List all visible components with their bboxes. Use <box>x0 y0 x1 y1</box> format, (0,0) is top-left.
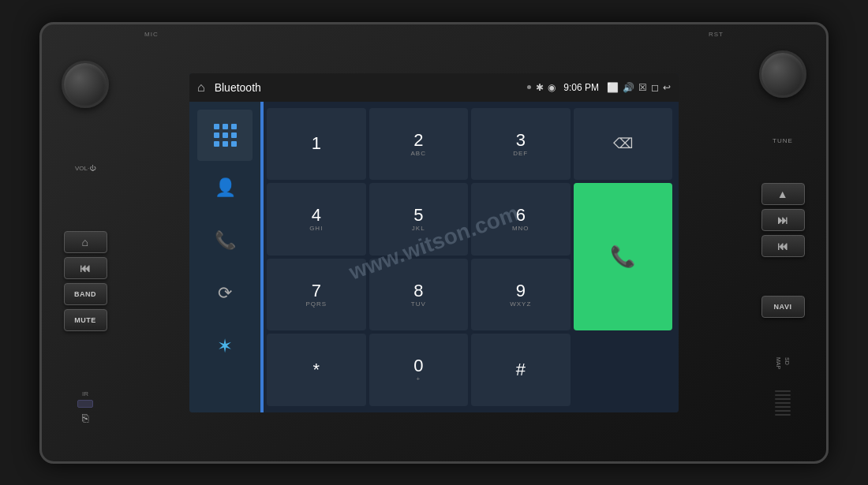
apps-grid-icon <box>214 124 237 147</box>
mute-button[interactable]: MUTE <box>64 309 107 331</box>
dialkey-backspace[interactable]: ⌫ <box>574 108 673 181</box>
backspace-icon: ⌫ <box>613 135 633 152</box>
window-status-icon: ◻ <box>651 82 659 93</box>
left-panel: VOL·⏻ ⌂ ⏮ BAND MUTE IR ⎘ <box>50 34 121 452</box>
sidebar-item-messages[interactable]: ⟳ <box>197 268 253 319</box>
call-phone-icon: 📞 <box>610 244 635 269</box>
back-status-icon[interactable]: ↩ <box>663 82 671 93</box>
dialkey-1[interactable]: 1 <box>267 108 366 181</box>
dialkey-2[interactable]: 2 ABC <box>369 108 469 181</box>
left-buttons: ⌂ ⏮ BAND MUTE <box>64 231 107 331</box>
right-knob[interactable] <box>759 50 806 98</box>
dialkey-0[interactable]: 0 + <box>369 334 469 406</box>
dialkey-7[interactable]: 7 PQRS <box>267 259 366 331</box>
dialkey-5[interactable]: 5 JKL <box>369 183 469 256</box>
volume-status-icon: 🔊 <box>623 82 634 93</box>
status-time: 9:06 PM <box>563 82 599 93</box>
bluetooth-status-icon: ✱ <box>536 82 544 93</box>
right-mid-buttons: ▲ ⏭ ⏮ <box>761 183 805 257</box>
phone-icon: 📞 <box>215 230 236 251</box>
dialkey-call[interactable]: 📞 <box>574 183 673 330</box>
camera-status-icon: ⬜ <box>607 82 619 93</box>
track-prev-button[interactable]: ⏮ <box>761 235 805 257</box>
status-separator-dot <box>527 85 531 89</box>
status-title: Bluetooth <box>215 81 523 94</box>
sidebar-item-apps[interactable] <box>197 110 253 161</box>
dialkey-8[interactable]: 8 TUV <box>369 259 469 331</box>
usb-icon: ⎘ <box>82 412 88 424</box>
contacts-icon: 👤 <box>215 177 236 198</box>
sidebar-item-phone[interactable]: 📞 <box>197 215 253 267</box>
left-knob[interactable] <box>62 61 109 108</box>
prev-track-button[interactable]: ⏮ <box>64 257 107 279</box>
navi-button[interactable]: NAVI <box>761 296 805 318</box>
ir-label: IR <box>82 390 88 397</box>
car-stereo-unit: MIC RST VOL·⏻ ⌂ ⏮ BAND MUTE IR ⎘ ⌂ Bluet… <box>39 22 829 464</box>
status-right-icons: ⬜ 🔊 ☒ ◻ ↩ <box>607 82 671 93</box>
screen-status-icon: ☒ <box>638 82 647 93</box>
messages-icon: ⟳ <box>218 283 232 304</box>
screen-container: ⌂ Bluetooth ✱ ◉ 9:06 PM ⬜ 🔊 ☒ ◻ ↩ <box>121 34 747 452</box>
status-icons: ✱ ◉ <box>536 82 556 93</box>
dialkey-hash[interactable]: # <box>471 334 571 406</box>
dialkey-6[interactable]: 6 MNO <box>471 183 571 256</box>
map-label: MAP <box>776 357 781 369</box>
vol-label: VOL·⏻ <box>75 165 95 172</box>
band-button[interactable]: BAND <box>64 283 107 305</box>
dialkey-star[interactable]: * <box>267 334 366 406</box>
right-panel: TUNE ▲ ⏭ ⏮ NAVI MAP SD <box>747 34 818 452</box>
status-bar: ⌂ Bluetooth ✱ ◉ 9:06 PM ⬜ 🔊 ☒ ◻ ↩ <box>189 73 679 102</box>
screen: ⌂ Bluetooth ✱ ◉ 9:06 PM ⬜ 🔊 ☒ ◻ ↩ <box>189 73 679 412</box>
sidebar-item-bluetooth[interactable]: ✶ <box>197 321 253 372</box>
accent-bar <box>260 102 264 412</box>
home-hw-button[interactable]: ⌂ <box>64 231 107 253</box>
home-status-icon[interactable]: ⌂ <box>197 80 205 95</box>
sidebar-item-contacts[interactable]: 👤 <box>197 162 253 214</box>
tune-up-button[interactable]: ▲ <box>761 183 805 205</box>
sidebar: 👤 📞 ⟳ ✶ <box>189 102 260 412</box>
main-content: 👤 📞 ⟳ ✶ <box>189 102 679 412</box>
ir-indicator <box>77 400 93 408</box>
track-forward-button[interactable]: ⏭ <box>761 209 805 231</box>
bluetooth-sidebar-icon: ✶ <box>217 335 233 357</box>
dialpad-grid: 1 2 ABC 3 DEF ⌫ <box>267 108 672 406</box>
dialkey-9[interactable]: 9 WXYZ <box>471 259 571 331</box>
dialpad-area: 1 2 ABC 3 DEF ⌫ <box>260 102 679 412</box>
tune-label: TUNE <box>773 137 793 144</box>
dialkey-3[interactable]: 3 DEF <box>471 108 571 181</box>
right-labels-row: MAP SD <box>776 357 790 369</box>
dialkey-4[interactable]: 4 GHI <box>267 183 366 256</box>
location-status-icon: ◉ <box>548 82 556 93</box>
sd-label: SD <box>784 357 790 369</box>
speaker-grill <box>775 371 791 435</box>
